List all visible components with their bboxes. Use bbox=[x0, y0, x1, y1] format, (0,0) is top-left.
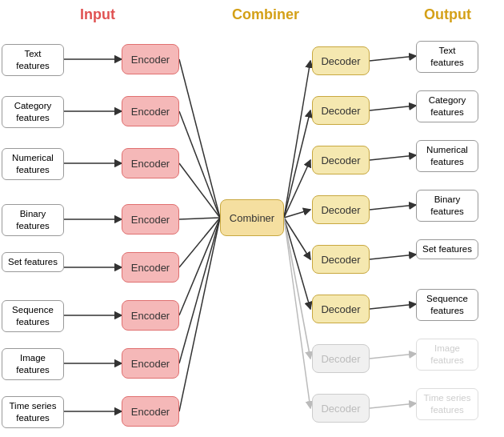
decoder-0: Decoder bbox=[312, 46, 370, 75]
svg-line-28 bbox=[370, 155, 416, 160]
svg-line-27 bbox=[370, 106, 416, 110]
decoder-2: Decoder bbox=[312, 146, 370, 174]
output-set-features: Set features bbox=[416, 239, 478, 259]
svg-line-15 bbox=[179, 218, 220, 315]
input-binary-features: Binary features bbox=[2, 204, 64, 236]
svg-line-21 bbox=[284, 210, 310, 218]
svg-line-24 bbox=[284, 218, 310, 359]
svg-line-22 bbox=[284, 218, 310, 259]
svg-line-19 bbox=[284, 110, 310, 218]
encoder-2: Encoder bbox=[122, 148, 179, 178]
input-timeseries-features: Time series features bbox=[2, 396, 64, 428]
svg-line-31 bbox=[370, 304, 416, 309]
decoder-4: Decoder bbox=[312, 245, 370, 274]
diagram: Input Combiner Output bbox=[0, 0, 504, 437]
svg-line-10 bbox=[179, 59, 220, 218]
svg-line-32 bbox=[370, 354, 416, 359]
svg-line-16 bbox=[179, 218, 220, 363]
svg-line-20 bbox=[284, 160, 310, 218]
encoder-5: Encoder bbox=[122, 300, 179, 331]
svg-line-23 bbox=[284, 218, 310, 309]
svg-line-11 bbox=[179, 111, 220, 218]
input-text-features: Text features bbox=[2, 44, 64, 76]
input-category-features: Category features bbox=[2, 96, 64, 128]
input-set-features: Set features bbox=[2, 252, 64, 272]
svg-line-14 bbox=[179, 218, 220, 267]
svg-line-26 bbox=[370, 56, 416, 61]
output-category-features: Category features bbox=[416, 90, 478, 122]
svg-line-17 bbox=[179, 218, 220, 411]
header-input: Input bbox=[80, 6, 115, 23]
decoder-5: Decoder bbox=[312, 295, 370, 323]
decoder-6: Decoder bbox=[312, 344, 370, 373]
encoder-3: Encoder bbox=[122, 204, 179, 235]
output-image-features: Image features bbox=[416, 339, 478, 371]
combiner-box: Combiner bbox=[220, 199, 284, 236]
decoder-3: Decoder bbox=[312, 195, 370, 224]
svg-line-30 bbox=[370, 255, 416, 259]
input-numerical-features: Numerical features bbox=[2, 148, 64, 180]
input-image-features: Image features bbox=[2, 348, 64, 380]
output-timeseries-features: Time series features bbox=[416, 388, 478, 420]
output-binary-features: Binary features bbox=[416, 190, 478, 222]
encoder-4: Encoder bbox=[122, 252, 179, 283]
encoder-6: Encoder bbox=[122, 348, 179, 379]
svg-line-13 bbox=[179, 218, 220, 219]
svg-line-18 bbox=[284, 61, 310, 218]
output-numerical-features: Numerical features bbox=[416, 140, 478, 172]
header-output: Output bbox=[424, 6, 471, 23]
output-sequence-features: Sequence features bbox=[416, 289, 478, 321]
decoder-7: Decoder bbox=[312, 394, 370, 423]
svg-line-33 bbox=[370, 403, 416, 408]
svg-line-25 bbox=[284, 218, 310, 408]
encoder-7: Encoder bbox=[122, 396, 179, 427]
encoder-1: Encoder bbox=[122, 96, 179, 126]
encoder-0: Encoder bbox=[122, 44, 179, 74]
svg-line-12 bbox=[179, 163, 220, 218]
input-sequence-features: Sequence features bbox=[2, 300, 64, 332]
svg-line-29 bbox=[370, 205, 416, 210]
output-text-features: Text features bbox=[416, 41, 478, 73]
header-combiner: Combiner bbox=[232, 6, 296, 23]
decoder-1: Decoder bbox=[312, 96, 370, 125]
